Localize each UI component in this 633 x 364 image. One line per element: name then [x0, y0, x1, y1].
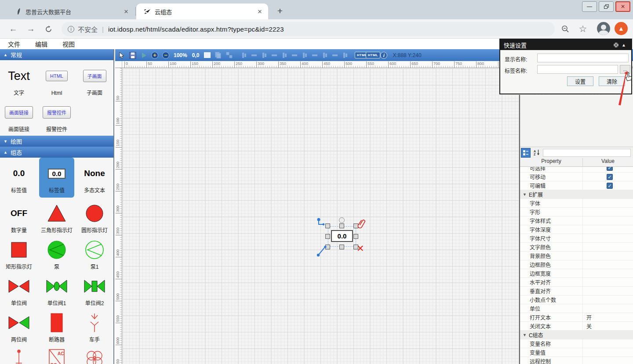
align-middle-icon[interactable]	[281, 52, 288, 58]
property-row[interactable]: 变量值	[520, 348, 633, 357]
widget-tile[interactable]: 泵	[39, 234, 74, 270]
page-info-icon[interactable]: i	[68, 26, 74, 32]
widget-tile[interactable]: None多态文本	[77, 158, 112, 198]
space-icon[interactable]	[342, 52, 349, 58]
display-name-input[interactable]	[537, 54, 629, 62]
property-value[interactable]: 关	[583, 322, 633, 330]
section-drawing[interactable]: ▼ 绘图	[0, 136, 113, 147]
set-button[interactable]: 设置	[567, 76, 593, 86]
resize-handle[interactable]	[339, 223, 344, 228]
property-value[interactable]	[583, 190, 633, 198]
canvas-settings-icon[interactable]	[203, 51, 211, 59]
property-row[interactable]: 垂直对齐	[520, 287, 633, 296]
checkbox-checked-icon[interactable]: ✓	[607, 174, 613, 180]
widget-tile[interactable]: 车手	[77, 307, 112, 343]
property-row[interactable]: 变量名称	[520, 339, 633, 348]
distribute-h-icon[interactable]	[321, 52, 328, 58]
connector-top-icon[interactable]	[316, 217, 327, 228]
property-value[interactable]	[583, 331, 633, 339]
property-row[interactable]: 字体样式	[520, 216, 633, 225]
property-value[interactable]	[583, 269, 633, 278]
widget-tile[interactable]: ACDC逆变器	[39, 343, 74, 364]
widget-tile[interactable]: 矩形指示灯	[1, 234, 36, 270]
property-value[interactable]	[583, 243, 633, 251]
widget-tile[interactable]: 画面链接画面链接	[1, 97, 36, 133]
property-value[interactable]	[583, 216, 633, 225]
checkbox-checked-icon[interactable]: ✓	[607, 167, 613, 171]
menu-file[interactable]: 文件	[8, 40, 20, 48]
save-icon[interactable]	[129, 51, 137, 59]
property-row[interactable]: 单位	[520, 304, 633, 313]
new-tab-button[interactable]: +	[273, 4, 287, 18]
align-left-icon[interactable]	[240, 52, 247, 58]
tag-name-input[interactable]	[537, 65, 618, 74]
property-value[interactable]	[583, 304, 633, 313]
property-row[interactable]: 字体	[520, 199, 633, 208]
select-cursor-icon[interactable]	[118, 51, 126, 59]
widget-tile[interactable]: 0.0标签值	[1, 158, 36, 198]
property-value[interactable]: 开	[583, 313, 633, 321]
widget-tile[interactable]: PT	[77, 343, 112, 364]
property-row[interactable]: 边框颜色	[520, 260, 633, 269]
url-bar[interactable]: i 不安全 | iot.idosp.net/html/scada/editor.…	[62, 22, 555, 36]
restore-button[interactable]	[599, 1, 614, 12]
property-row[interactable]: 字体尺寸	[520, 234, 633, 243]
browser-update-icon[interactable]: ▲	[615, 22, 628, 35]
property-value[interactable]: ✓	[583, 167, 633, 172]
align-center-icon[interactable]	[251, 52, 258, 58]
property-row[interactable]: 背景颜色	[520, 252, 633, 260]
same-width-icon[interactable]	[301, 52, 308, 58]
section-scada[interactable]: ▲ 组态	[0, 147, 113, 158]
property-value[interactable]: ✓	[583, 173, 633, 181]
connector-bottom-icon[interactable]	[316, 244, 328, 257]
property-value[interactable]	[583, 357, 633, 364]
property-category-row[interactable]: ▼E扩展	[520, 190, 633, 199]
property-row[interactable]: 文字颜色	[520, 243, 633, 252]
property-value[interactable]	[583, 260, 633, 269]
minimize-button[interactable]: —	[582, 1, 597, 12]
info-icon[interactable]: i	[380, 51, 388, 59]
widget-tile[interactable]: 子画面子画面	[77, 60, 112, 97]
property-value[interactable]	[583, 287, 633, 295]
menu-view[interactable]: 视图	[62, 40, 75, 48]
widget-tile[interactable]: Text文字	[1, 60, 36, 97]
property-value[interactable]	[583, 296, 633, 304]
widget-tile[interactable]: 单位阀1	[39, 270, 74, 307]
menu-edit[interactable]: 编辑	[35, 40, 47, 48]
align-right-icon[interactable]	[261, 52, 268, 58]
property-row[interactable]: 可移动✓	[520, 173, 633, 181]
collapse-panel-icon[interactable]: ▲	[620, 41, 628, 49]
align-top-icon[interactable]	[271, 52, 278, 58]
property-value[interactable]	[583, 348, 633, 357]
distribute-v-icon[interactable]	[331, 52, 338, 58]
widget-tile[interactable]: 刀闸	[1, 343, 36, 364]
property-row[interactable]: 远程控制	[520, 357, 633, 364]
bookmark-star-icon[interactable]: ☆	[577, 23, 589, 35]
property-value[interactable]	[583, 278, 633, 286]
reload-icon[interactable]	[42, 23, 55, 35]
property-row[interactable]: 可编辑✓	[520, 181, 633, 190]
html-preview-icon[interactable]: HTML	[369, 51, 377, 59]
widget-tile[interactable]: 泵1	[77, 234, 112, 270]
widget-tile[interactable]: 圆形指示灯	[77, 198, 112, 234]
property-row[interactable]: 字体深度	[520, 225, 633, 234]
property-value[interactable]	[583, 199, 633, 207]
tab-scada-editor[interactable]: 云组态 ✕	[136, 4, 268, 19]
delete-icon[interactable]: ✕	[357, 244, 364, 253]
tag-value-widget[interactable]: 0.0	[331, 230, 353, 242]
property-row[interactable]: 水平对齐	[520, 278, 633, 287]
zoom-out-icon[interactable]: −	[162, 51, 170, 59]
close-button[interactable]: ✕	[615, 1, 630, 12]
property-row[interactable]: 边框宽度	[520, 269, 633, 278]
property-row[interactable]: 可选择✓	[520, 167, 633, 173]
tab-dashboard[interactable]: 思普云大数据平台 ✕	[7, 4, 135, 19]
resize-handle[interactable]	[339, 245, 344, 249]
resize-handle[interactable]	[325, 234, 330, 239]
property-value[interactable]	[583, 208, 633, 216]
profile-avatar[interactable]	[597, 22, 610, 35]
property-value[interactable]	[583, 234, 633, 242]
tab-close-icon[interactable]: ✕	[122, 7, 130, 15]
rotate-handle[interactable]	[339, 217, 345, 223]
categorized-view-icon[interactable]	[521, 148, 531, 158]
widget-tile[interactable]: OFF数字量	[1, 198, 36, 234]
